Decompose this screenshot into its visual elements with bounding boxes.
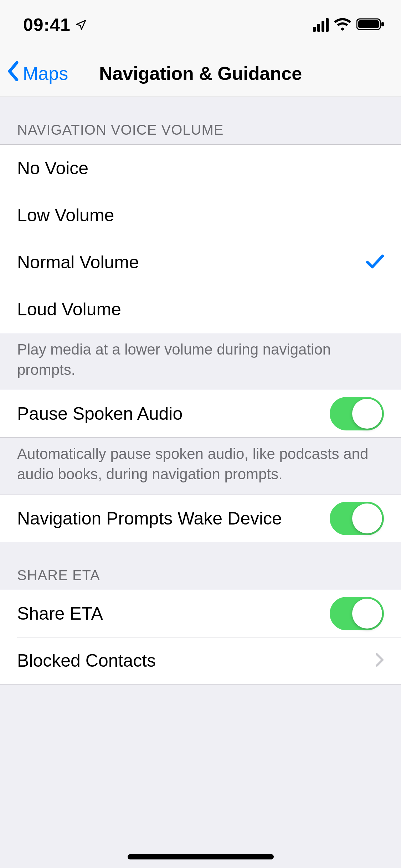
- location-icon: [75, 15, 87, 35]
- status-icons: [313, 17, 385, 32]
- wake-device-group: Navigation Prompts Wake Device: [0, 495, 401, 542]
- wake-device-cell: Navigation Prompts Wake Device: [0, 495, 401, 542]
- volume-section-header: Navigation Voice Volume: [0, 97, 401, 144]
- cell-label: Low Volume: [17, 205, 114, 226]
- share-eta-group: Share ETA Blocked Contacts: [0, 590, 401, 684]
- volume-option-no-voice[interactable]: No Voice: [0, 145, 401, 192]
- battery-icon: [356, 17, 385, 32]
- pause-audio-footer: Automatically pause spoken audio, like p…: [0, 438, 401, 494]
- back-button-label: Maps: [23, 63, 68, 84]
- svg-rect-2: [381, 22, 384, 26]
- chevron-left-icon: [7, 61, 20, 86]
- back-button[interactable]: Maps: [7, 61, 68, 86]
- status-time: 09:41: [23, 15, 71, 35]
- volume-option-loud[interactable]: Loud Volume: [0, 286, 401, 333]
- volume-option-low[interactable]: Low Volume: [0, 192, 401, 239]
- home-indicator[interactable]: [128, 854, 274, 859]
- cell-label: Loud Volume: [17, 299, 121, 320]
- share-eta-toggle[interactable]: [330, 597, 384, 630]
- cell-label: Pause Spoken Audio: [17, 403, 182, 424]
- cell-label: No Voice: [17, 158, 88, 179]
- cell-label: Normal Volume: [17, 252, 139, 273]
- volume-options-group: No Voice Low Volume Normal Volume Loud V…: [0, 144, 401, 333]
- svg-rect-1: [358, 20, 379, 28]
- wake-device-toggle[interactable]: [330, 502, 384, 535]
- volume-option-normal[interactable]: Normal Volume: [0, 239, 401, 286]
- navigation-bar: Maps Navigation & Guidance: [0, 50, 401, 97]
- status-time-area: 09:41: [23, 15, 87, 35]
- pause-spoken-audio-cell: Pause Spoken Audio: [0, 390, 401, 437]
- cell-label: Navigation Prompts Wake Device: [17, 508, 282, 529]
- pause-audio-group: Pause Spoken Audio: [0, 390, 401, 438]
- status-bar: 09:41: [0, 0, 401, 50]
- volume-section-footer: Play media at a lower volume during navi…: [0, 333, 401, 390]
- pause-spoken-audio-toggle[interactable]: [330, 397, 384, 430]
- toggle-knob: [352, 599, 382, 629]
- checkmark-icon: [366, 254, 384, 271]
- chevron-right-icon: [375, 653, 384, 668]
- cell-label: Share ETA: [17, 603, 103, 624]
- toggle-knob: [352, 399, 382, 429]
- cell-signal-icon: [313, 18, 329, 32]
- share-eta-section-header: Share ETA: [0, 542, 401, 590]
- toggle-knob: [352, 503, 382, 533]
- wifi-icon: [334, 17, 351, 32]
- cell-label: Blocked Contacts: [17, 650, 156, 671]
- blocked-contacts-cell[interactable]: Blocked Contacts: [0, 637, 401, 684]
- share-eta-cell: Share ETA: [0, 590, 401, 637]
